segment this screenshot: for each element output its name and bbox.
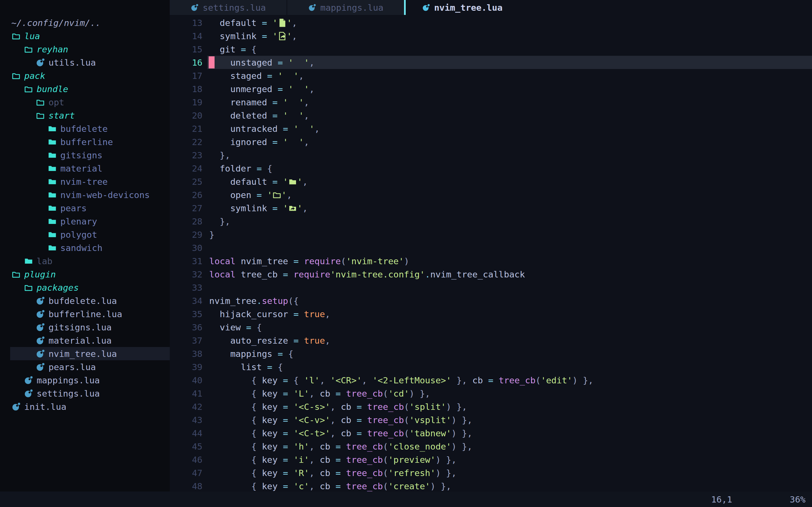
tree-item-plugin[interactable]: plugin xyxy=(0,268,170,281)
tree-item-mappings-lua[interactable]: mappings.lua xyxy=(0,374,170,387)
line-number: 42 xyxy=(170,402,202,412)
code-line-33[interactable]: 33 xyxy=(170,281,812,294)
tree-item-settings-lua[interactable]: settings.lua xyxy=(0,387,170,400)
code-line-18[interactable]: 18 unmerged = ' ', xyxy=(170,82,812,96)
tree-root-path[interactable]: ~/.config/nvim/.. xyxy=(0,16,170,29)
line-number: 40 xyxy=(170,375,202,385)
tree-item-opt[interactable]: opt xyxy=(0,96,170,109)
tab-settings-lua[interactable]: settings.lua xyxy=(170,0,287,15)
code-line-36[interactable]: 36 view = { xyxy=(170,321,812,334)
code-line-23[interactable]: 23 }, xyxy=(170,149,812,162)
code-line-44[interactable]: 44 { key = '<C-t>', cb = tree_cb('tabnew… xyxy=(170,427,812,440)
folder-closed-icon xyxy=(47,164,57,173)
editor-buffer[interactable]: 13 default = '',14 symlink = '',15 git =… xyxy=(170,15,812,492)
tree-item-material[interactable]: material xyxy=(0,162,170,175)
code-line-32[interactable]: 32local tree_cb = require'nvim-tree.conf… xyxy=(170,268,812,281)
line-content: default = '', xyxy=(209,177,308,187)
code-line-20[interactable]: 20 deleted = ' ', xyxy=(170,109,812,122)
tree-item-lua[interactable]: lua xyxy=(0,29,170,43)
line-number: 14 xyxy=(170,31,202,41)
tree-item-label: pears xyxy=(60,203,87,213)
lua-file-icon xyxy=(190,3,199,12)
code-line-47[interactable]: 47 { key = 'R', cb = tree_cb('refresh') … xyxy=(170,466,812,480)
code-line-24[interactable]: 24 folder = { xyxy=(170,162,812,175)
line-number: 20 xyxy=(170,110,202,121)
code-line-16[interactable]: 16 unstaged = ' ', xyxy=(170,56,812,69)
line-content: { key = 'L', cb = tree_cb('cd') }, xyxy=(209,388,430,399)
file-symlink-icon xyxy=(278,31,287,41)
code-line-45[interactable]: 45 { key = 'h', cb = tree_cb('close_node… xyxy=(170,440,812,453)
folder-closed-icon xyxy=(24,256,33,266)
tree-item-packages[interactable]: packages xyxy=(0,281,170,294)
code-line-14[interactable]: 14 symlink = '', xyxy=(170,29,812,43)
code-line-46[interactable]: 46 { key = 'i', cb = tree_cb('preview') … xyxy=(170,453,812,466)
code-line-13[interactable]: 13 default = '', xyxy=(170,16,812,29)
code-line-34[interactable]: 34nvim_tree.setup({ xyxy=(170,294,812,307)
tree-item-bufdelete[interactable]: bufdelete xyxy=(0,122,170,135)
lua-file-icon xyxy=(422,3,430,12)
code-line-27[interactable]: 27 symlink = '', xyxy=(170,202,812,215)
tree-item-plenary[interactable]: plenary xyxy=(0,215,170,228)
tab-mappings-lua[interactable]: mappings.lua xyxy=(287,0,404,15)
tree-item-pears-lua[interactable]: pears.lua xyxy=(0,360,170,374)
code-line-42[interactable]: 42 { key = '<C-s>', cb = tree_cb('split'… xyxy=(170,400,812,413)
tree-item-polygot[interactable]: polygot xyxy=(0,228,170,241)
tree-item-nvim_tree-lua[interactable]: nvim_tree.lua xyxy=(0,347,170,360)
folder-closed-icon xyxy=(47,217,57,226)
tree-item-sandwich[interactable]: sandwich xyxy=(0,241,170,255)
line-content: default = '', xyxy=(209,18,297,28)
code-line-37[interactable]: 37 auto_resize = true, xyxy=(170,334,812,347)
tree-item-reyhan[interactable]: reyhan xyxy=(0,43,170,56)
code-line-25[interactable]: 25 default = '', xyxy=(170,175,812,188)
tree-item-bufferline[interactable]: bufferline xyxy=(0,135,170,149)
code-line-15[interactable]: 15 git = { xyxy=(170,43,812,56)
tree-item-bufdelete-lua[interactable]: bufdelete.lua xyxy=(0,294,170,307)
code-line-41[interactable]: 41 { key = 'L', cb = tree_cb('cd') }, xyxy=(170,387,812,400)
code-line-21[interactable]: 21 untracked = ' ', xyxy=(170,122,812,135)
tree-item-label: lua xyxy=(24,31,40,41)
folder-closed-icon xyxy=(47,243,57,252)
folder-open-icon xyxy=(36,111,45,120)
tree-item-label: bufdelete xyxy=(60,124,108,134)
tree-item-bundle[interactable]: bundle xyxy=(0,82,170,96)
folder-closed-icon xyxy=(47,151,57,160)
code-line-38[interactable]: 38 mappings = { xyxy=(170,347,812,360)
tree-item-nvim-tree[interactable]: nvim-tree xyxy=(0,175,170,188)
tree-item-start[interactable]: start xyxy=(0,109,170,122)
code-line-43[interactable]: 43 { key = '<C-v>', cb = tree_cb('vsplit… xyxy=(170,413,812,427)
tab-nvim_tree-lua[interactable]: nvim_tree.lua xyxy=(406,0,518,15)
tree-item-gitsigns[interactable]: gitsigns xyxy=(0,149,170,162)
tree-item-label: polygot xyxy=(60,230,97,240)
tree-item-gitsigns-lua[interactable]: gitsigns.lua xyxy=(0,321,170,334)
code-line-31[interactable]: 31local nvim_tree = require('nvim-tree') xyxy=(170,255,812,268)
line-number: 23 xyxy=(170,150,202,160)
code-line-19[interactable]: 19 renamed = ' ', xyxy=(170,96,812,109)
code-line-40[interactable]: 40 { key = { 'l', '<CR>', '<2-LeftMouse>… xyxy=(170,374,812,387)
code-line-29[interactable]: 29} xyxy=(170,228,812,241)
line-number: 45 xyxy=(170,441,202,452)
code-line-22[interactable]: 22 ignored = ' ', xyxy=(170,135,812,149)
code-line-17[interactable]: 17 staged = ' ', xyxy=(170,69,812,82)
code-line-26[interactable]: 26 open = '', xyxy=(170,188,812,202)
tree-item-label: gitsigns xyxy=(60,150,102,160)
tree-item-lab[interactable]: lab xyxy=(0,255,170,268)
tree-item-material-lua[interactable]: material.lua xyxy=(0,334,170,347)
code-line-48[interactable]: 48 { key = 'c', cb = tree_cb('create') }… xyxy=(170,480,812,492)
code-line-28[interactable]: 28 }, xyxy=(170,215,812,228)
tree-item-nvim-web-devicons[interactable]: nvim-web-devicons xyxy=(0,188,170,202)
tree-item-pack[interactable]: pack xyxy=(0,69,170,82)
tree-item-pears[interactable]: pears xyxy=(0,202,170,215)
folder-closed-icon xyxy=(47,137,57,147)
tree-item-init-lua[interactable]: init.lua xyxy=(0,400,170,413)
lua-file-icon xyxy=(11,402,21,411)
tree-item-label: bufferline.lua xyxy=(49,309,122,319)
tree-item-utils-lua[interactable]: utils.lua xyxy=(0,56,170,69)
folder-open-icon xyxy=(36,98,45,107)
code-line-35[interactable]: 35 hijack_cursor = true, xyxy=(170,307,812,321)
code-line-39[interactable]: 39 list = { xyxy=(170,360,812,374)
code-line-30[interactable]: 30 xyxy=(170,241,812,255)
lua-file-icon xyxy=(308,3,316,12)
line-content: { key = 'i', cb = tree_cb('preview') }, xyxy=(209,455,456,465)
folder-open-outline-icon xyxy=(272,190,282,200)
tree-item-bufferline-lua[interactable]: bufferline.lua xyxy=(0,307,170,321)
